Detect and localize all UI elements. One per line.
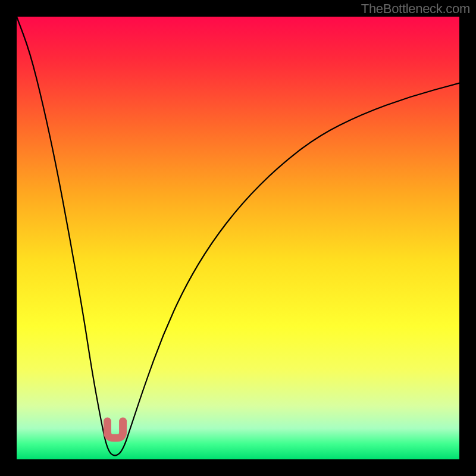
bottleneck-curve — [17, 17, 459, 455]
chart-frame — [0, 0, 476, 476]
minimum-marker — [108, 421, 123, 438]
chart-svg — [0, 0, 476, 476]
watermark-text: TheBottleneck.com — [361, 1, 470, 17]
